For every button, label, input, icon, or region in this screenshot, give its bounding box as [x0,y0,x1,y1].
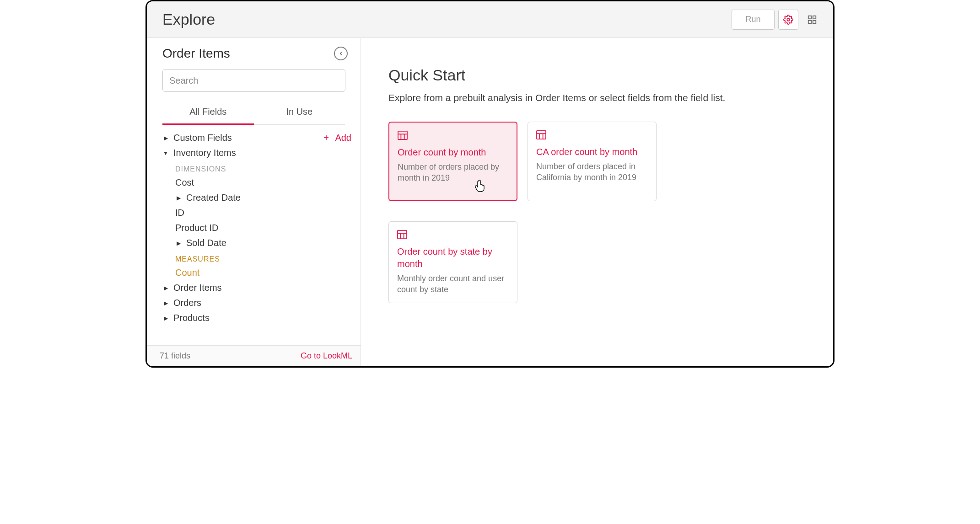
svg-rect-4 [813,20,816,23]
field-label: Sold Date [186,238,226,248]
svg-point-0 [787,18,790,21]
field-picker-sidebar: Order Items All Fields In Use ▶Custom Fi… [147,38,361,366]
caret-right-icon: ▶ [162,315,169,321]
group-label: Inventory Items [173,148,236,158]
group-products[interactable]: ▶Products [162,310,351,326]
app-window: Explore Run Order Items [145,0,835,368]
caret-right-icon: ▶ [162,300,169,306]
field-created-date[interactable]: ▶Created Date [162,190,351,205]
card-desc: Number of orders placed in California by… [536,161,648,183]
gear-icon [783,15,793,25]
main-content: Quick Start Explore from a prebuilt anal… [361,38,833,366]
quick-start-cards: Order count by month Number of orders pl… [388,122,806,303]
quick-start-title: Quick Start [388,66,806,84]
svg-rect-1 [808,16,811,18]
quick-start-subtitle: Explore from a prebuilt analysis in Orde… [388,92,806,103]
dimensions-label: DIMENSIONS [162,160,351,175]
group-label: Custom Fields [173,133,232,143]
chevron-left-icon [338,51,344,56]
search-input[interactable] [162,69,345,92]
run-button[interactable]: Run [732,10,775,30]
fields-list: ▶Custom Fields + Add ▼Inventory Items DI… [147,125,361,345]
tab-all-fields[interactable]: All Fields [162,102,254,124]
dashboard-grid-button[interactable] [802,10,822,30]
card-desc: Monthly order count and user count by st… [397,273,509,295]
header-bar: Explore Run [147,1,833,38]
quick-start-card[interactable]: Order count by state by month Monthly or… [388,221,517,303]
group-orders[interactable]: ▶Orders [162,295,351,310]
caret-down-icon: ▼ [162,150,169,156]
card-title: CA order count by month [536,146,648,158]
field-cost[interactable]: Cost [162,175,351,190]
group-label: Order Items [173,283,222,293]
svg-rect-2 [813,16,816,18]
grid-icon [807,15,817,25]
page-title: Explore [162,11,215,28]
tab-in-use[interactable]: In Use [254,102,345,124]
measures-label: MEASURES [162,251,351,265]
sidebar-header: Order Items [147,38,361,92]
settings-button[interactable] [778,10,798,30]
fields-count: 71 fields [160,351,190,361]
body: Order Items All Fields In Use ▶Custom Fi… [147,38,833,366]
collapse-sidebar-button[interactable] [334,47,348,60]
group-label: Orders [173,298,201,308]
svg-rect-3 [808,20,811,23]
field-id[interactable]: ID [162,205,351,220]
add-label: Add [335,133,351,143]
field-sold-date[interactable]: ▶Sold Date [162,235,351,251]
table-icon [398,131,508,142]
go-to-lookml-link[interactable]: Go to LookML [301,351,352,361]
svg-rect-9 [537,131,546,139]
group-inventory-items[interactable]: ▼Inventory Items [162,145,351,160]
table-icon [536,130,648,141]
add-custom-field-button[interactable]: + Add [323,133,351,143]
header-controls: Run [732,10,822,30]
group-label: Products [173,313,210,323]
svg-rect-13 [398,230,407,239]
field-product-id[interactable]: Product ID [162,220,351,235]
caret-right-icon: ▶ [175,195,182,201]
group-order-items[interactable]: ▶Order Items [162,280,351,295]
sidebar-footer: 71 fields Go to LookML [147,345,361,366]
field-tabs: All Fields In Use [162,102,345,125]
caret-right-icon: ▶ [175,240,182,246]
table-icon [397,230,509,241]
card-title: Order count by month [398,146,508,159]
caret-right-icon: ▶ [162,285,169,291]
explore-name: Order Items [162,46,230,61]
group-custom-fields[interactable]: ▶Custom Fields + Add [162,130,351,145]
quick-start-card[interactable]: CA order count by month Number of orders… [528,122,657,201]
field-label: Created Date [186,192,241,203]
plus-icon: + [323,133,329,143]
quick-start-card[interactable]: Order count by month Number of orders pl… [388,122,517,201]
card-title: Order count by state by month [397,246,509,270]
field-count[interactable]: Count [162,265,351,280]
card-desc: Number of orders placed by month in 2019 [398,161,508,184]
svg-rect-5 [398,131,407,139]
caret-right-icon: ▶ [162,135,169,141]
